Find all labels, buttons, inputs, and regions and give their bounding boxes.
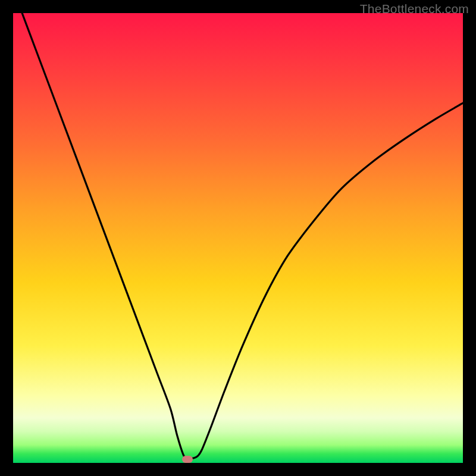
bottleneck-curve xyxy=(13,13,463,463)
bottleneck-marker xyxy=(182,456,193,463)
plot-area xyxy=(13,13,463,463)
watermark-text: TheBottleneck.com xyxy=(360,2,469,16)
chart-frame: TheBottleneck.com xyxy=(0,0,476,476)
